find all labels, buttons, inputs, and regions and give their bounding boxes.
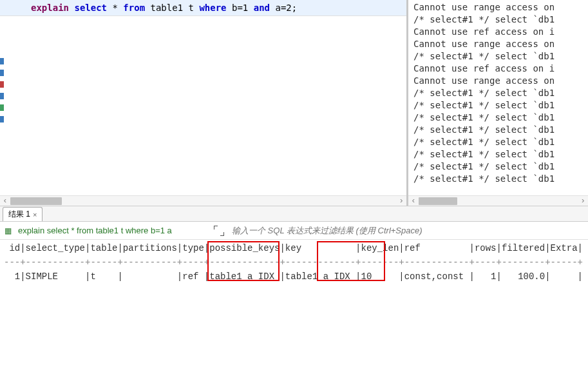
editor-gutter-marks	[0, 58, 5, 128]
scrollbar-thumb[interactable]	[10, 197, 62, 205]
output-log-pane: Cannot use range access on /* select#1 *…	[408, 0, 588, 206]
sql-echo-text: explain select * from table1 t where b=1…	[15, 226, 209, 235]
keyword-from: from	[123, 3, 145, 13]
sql-editor-pane: explain select * from table1 t where b=1…	[0, 0, 408, 206]
tab-result-1[interactable]: 结果 1 ×	[3, 207, 43, 221]
output-log[interactable]: Cannot use range access on /* select#1 *…	[408, 0, 588, 195]
expand-icon[interactable]	[214, 226, 224, 236]
editor-horizontal-scrollbar[interactable]: ‹ ›	[0, 195, 406, 206]
results-area: 结果 1 × ▦ explain select * from table1 t …	[0, 206, 588, 371]
close-icon[interactable]: ×	[33, 211, 37, 219]
keyword-explain: explain	[31, 3, 69, 13]
code-line[interactable]: explain select * from table1 t where b=1…	[0, 0, 406, 16]
results-grid[interactable]: id|select_type|table|partitions|type|pos…	[0, 240, 588, 371]
tab-label: 结果 1	[8, 209, 30, 220]
grid-data-row[interactable]: 1|SIMPLE |t | |ref |table1_a_IDX |table1…	[4, 269, 584, 284]
grid-header-row: id|select_type|table|partitions|type|pos…	[4, 241, 584, 255]
token-table: table1 t	[151, 3, 194, 13]
token-star: *	[112, 3, 117, 13]
scrollbar-thumb[interactable]	[419, 197, 457, 205]
sql-editor[interactable]: explain select * from table1 t where b=1…	[0, 0, 406, 195]
log-horizontal-scrollbar[interactable]: ‹ ›	[408, 195, 588, 206]
keyword-select: select	[74, 3, 107, 13]
token-a: a	[275, 3, 280, 13]
keyword-where: where	[199, 3, 226, 13]
table-icon[interactable]: ▦	[3, 226, 13, 236]
grid-separator: ---+-----------+-----+----------+----+--…	[4, 255, 584, 269]
results-toolbar: ▦ explain select * from table1 t where b…	[0, 222, 588, 240]
keyword-and: and	[254, 3, 270, 13]
results-tabbar: 结果 1 ×	[0, 206, 588, 222]
filter-input[interactable]	[229, 224, 585, 237]
